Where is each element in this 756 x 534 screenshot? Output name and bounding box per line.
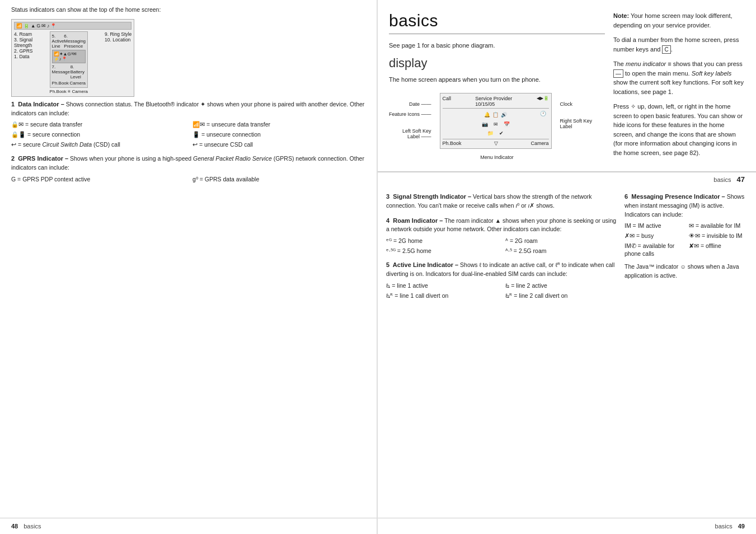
status-intro-text: Status indicators can show at the top of… bbox=[11, 6, 368, 15]
label-9-ring: 9. Ring Style bbox=[105, 31, 132, 37]
ind-5-cell-4: ℓ₂ᴿ = line 2 call divert on bbox=[505, 292, 619, 300]
call-text: Call bbox=[443, 96, 452, 107]
phone-header-row: Call Service Provider10/15/05 ◀▶🔋 bbox=[443, 96, 549, 109]
indicator-2-table: G = GPRS PDP context active g⁰ = GPRS da… bbox=[11, 175, 368, 184]
phone-ui-diagram: Call Service Provider10/15/05 ◀▶🔋 🔔 📋 🔊 … bbox=[440, 93, 552, 149]
ind-5-cell-3: ℓ₁ᴿ = line 1 call divert on bbox=[386, 292, 500, 300]
bottom-right-indicators: 3 Signal Strength Indicator – Vertical b… bbox=[378, 186, 756, 518]
page-48-basics-label: basics bbox=[24, 523, 41, 530]
clock-display: 🕐 bbox=[540, 111, 546, 116]
signal-battery-icons: ◀▶🔋 bbox=[537, 96, 549, 107]
ind-6-cell-6: ✘✉ = offline bbox=[689, 242, 748, 258]
page-48-content: Status indicators can show at the top of… bbox=[0, 0, 377, 518]
third-icons-row: 📁 ✔ bbox=[443, 129, 549, 138]
indicator-1-text: 1 Data Indicator – Shows connection stat… bbox=[11, 100, 368, 118]
icon-3: 🔊 bbox=[501, 112, 507, 118]
second-icons-row: 📷 ✉ 📅 bbox=[443, 120, 549, 129]
ind-6-cell-2: ✉ = available for IM bbox=[689, 222, 748, 230]
ind-4-cell-4: ᴬ·⁵ = 2.5G roam bbox=[505, 247, 619, 255]
icon-6: 📅 bbox=[504, 121, 510, 127]
diagram-screen-col: 5. ActiveLine 6. MessagingPresence 📶✦▲Gᵍ… bbox=[50, 31, 88, 94]
left-softkey: Ph.Book bbox=[443, 140, 462, 146]
diagram-label-container: 4. Roam 3. SignalStrength 2. GPRS 1. Dat… bbox=[14, 31, 132, 94]
java-note: The Java™ indicator ☺ shows when a Java … bbox=[624, 263, 748, 280]
display-intro-text: The home screen appears when you turn on… bbox=[389, 75, 579, 85]
indicator-4-table: ᵉᴳ = 2G home ᴬ = 2G roam ᵉ·⁵ᴳ = 2.5G hom… bbox=[386, 237, 619, 255]
page-48-footer: 48 basics bbox=[0, 518, 377, 534]
right-softkey: Camera bbox=[531, 140, 549, 146]
ind-5-cell-1: ℓ₁ = line 1 active bbox=[386, 282, 500, 290]
clock-label-entry: Clock bbox=[560, 101, 593, 107]
feature-icons-label-entry: Feature Icons —— bbox=[389, 111, 431, 117]
indicator-4-text: 4 Roam Indicator – The roam indicator ▲ … bbox=[386, 216, 619, 235]
ind-1-cell-2: 📶✉ = unsecure data transfer bbox=[192, 120, 368, 129]
date-label-entry: Date —— bbox=[389, 101, 431, 107]
indicator-5-section: 5 Active Line Indicator – Shows ℓ to ind… bbox=[386, 260, 619, 299]
nav-indicator: ▽ bbox=[494, 140, 498, 146]
icon-8: ✔ bbox=[499, 130, 504, 136]
indicator-1-table: 🔒✉ = secure data transfer 📶✉ = unsecure … bbox=[11, 120, 368, 148]
page-47-content: basics 47 bbox=[713, 175, 745, 184]
right-soft-key-label-entry: Right Soft KeyLabel bbox=[560, 118, 593, 129]
indicator-6-text: 6 Messaging Presence Indicator – Shows w… bbox=[624, 192, 748, 219]
ind-6-cell-3: ✗✉ = busy bbox=[624, 232, 683, 240]
menu-key-icon: — bbox=[613, 69, 623, 78]
page-49-basics-label: basics bbox=[715, 523, 732, 530]
icon-1: 🔔 bbox=[484, 112, 490, 118]
right-page-notes: Note: Your home screen may look differen… bbox=[605, 11, 745, 163]
icons-row: 🔔 📋 🔊 🕐 bbox=[443, 110, 549, 120]
page-right-column: basics See page 1 for a basic phone diag… bbox=[378, 0, 756, 534]
label-1-data: 1. Data bbox=[14, 54, 33, 59]
diagram-right-labels: Clock Right Soft KeyLabel bbox=[560, 90, 593, 129]
icon-7: 📁 bbox=[487, 130, 494, 136]
page-47-footer-row: basics 47 bbox=[378, 172, 756, 186]
indicator-2-section: 2 GPRS Indicator – Shows when your phone… bbox=[11, 154, 368, 183]
page-title-basics: basics bbox=[389, 11, 605, 34]
indicator-2-text: 2 GPRS Indicator – Shows when your phone… bbox=[11, 154, 368, 172]
label-3-signal: 3. SignalStrength bbox=[14, 37, 33, 48]
indicator-1-section: 1 Data Indicator – Shows connection stat… bbox=[11, 100, 368, 149]
ind-6-cell-5: IM✆ = available for phone calls bbox=[624, 242, 683, 258]
indicator-6-heading: 6 Messaging Presence Indicator – bbox=[624, 193, 725, 200]
ind-1-cell-1: 🔒✉ = secure data transfer bbox=[11, 120, 187, 129]
indicator-3-heading: 3 Signal Strength Indicator – bbox=[386, 193, 471, 200]
left-soft-key-label-entry: Left Soft KeyLabel —— bbox=[389, 128, 431, 139]
page-intro-text: See page 1 for a basic phone diagram. bbox=[389, 41, 579, 50]
diagram-left-labels: Date —— Feature Icons —— Left Soft KeyLa… bbox=[389, 90, 431, 139]
icon-5: ✉ bbox=[494, 121, 498, 127]
ind-6-cell-1: IM = IM active bbox=[624, 222, 683, 230]
indicator-6-table: IM = IM active ✉ = available for IM ✗✉ =… bbox=[624, 222, 748, 258]
right-labels: 9. Ring Style 10. Location bbox=[105, 31, 132, 94]
note-2: To dial a number from the home screen, p… bbox=[613, 35, 745, 54]
ind-6-cell-4: 👁✉ = invisible to IM bbox=[689, 232, 748, 240]
indicator-3-section: 3 Signal Strength Indicator – Vertical b… bbox=[386, 192, 619, 210]
indicator-5-heading: 5 Active Line Indicator – bbox=[386, 261, 458, 268]
indicators-col-1: 3 Signal Strength Indicator – Vertical b… bbox=[386, 192, 619, 512]
icon-4: 📷 bbox=[482, 121, 488, 127]
note-1-bold: Note: bbox=[613, 12, 629, 19]
indicators-col-2: 6 Messaging Presence Indicator – Shows w… bbox=[624, 192, 748, 512]
page-49-number: 49 bbox=[738, 523, 745, 530]
note-3: The menu indicator ≡ shows that you can … bbox=[613, 59, 745, 96]
page-right-main: basics See page 1 for a basic phone diag… bbox=[389, 11, 605, 163]
label-2-gprs: 2. GPRS bbox=[14, 48, 33, 54]
display-subtitle: display bbox=[389, 56, 605, 71]
page-48-number: 48 bbox=[11, 523, 18, 530]
indicator-5-table: ℓ₁ = line 1 active ℓ₂ = line 2 active ℓ₁… bbox=[386, 282, 619, 299]
indicator-1-heading: 1 Data Indicator – bbox=[11, 101, 64, 107]
page-47-number: 47 bbox=[737, 175, 745, 184]
indicator-4-section: 4 Roam Indicator – The roam indicator ▲ … bbox=[386, 216, 619, 255]
ind-4-cell-2: ᴬ = 2G roam bbox=[505, 237, 619, 245]
ind-1-cell-5: ↩ = secure Circuit Switch Data (CSD) cal… bbox=[11, 140, 187, 149]
send-key-icon: C bbox=[662, 45, 670, 54]
page-49-footer: basics 49 bbox=[378, 518, 756, 534]
menu-indicator-label: Menu Indicator bbox=[389, 154, 605, 160]
phone-diagram-container: Date —— Feature Icons —— Left Soft KeyLa… bbox=[389, 90, 605, 152]
page-right-top-section: basics See page 1 for a basic phone diag… bbox=[378, 0, 756, 172]
ind-4-cell-3: ᵉ·⁵ᴳ = 2.5G home bbox=[386, 247, 500, 255]
note-4: Press ✧ up, down, left, or right in the … bbox=[613, 102, 745, 157]
softkeys-row: Ph.Book ▽ Camera bbox=[443, 139, 549, 146]
ind-1-cell-3: 🔒📱 = secure connection bbox=[11, 130, 187, 139]
indicator-4-heading: 4 Roam Indicator – bbox=[386, 217, 443, 224]
ind-4-cell-1: ᵉᴳ = 2G home bbox=[386, 237, 500, 245]
